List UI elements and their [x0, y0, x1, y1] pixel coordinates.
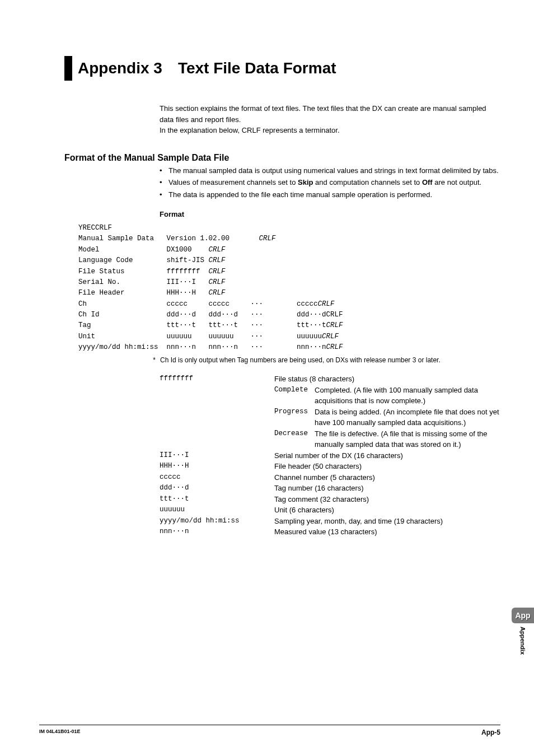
bullet-text: The manual sampled data is output using …: [168, 165, 500, 176]
desc-row: ttt···tTag comment (32 characters): [160, 494, 500, 505]
bullet-item: •The manual sampled data is output using…: [160, 165, 500, 176]
side-tab-appendix: Appendix: [512, 623, 526, 655]
desc-val: File status (8 characters): [274, 374, 500, 385]
sub-key: Progress: [274, 407, 315, 428]
intro-paragraph: This section explains the format of text…: [160, 103, 500, 136]
bullet-item: •Values of measurement channels set to S…: [160, 177, 500, 188]
desc-val: Unit (6 characters): [274, 505, 500, 516]
desc-key: ddd···d: [160, 483, 274, 494]
footer-left: IM 04L41B01-01E: [39, 729, 81, 736]
bullet-text: Values of measurement channels set to Sk…: [168, 177, 500, 188]
sub-key: Complete: [274, 385, 315, 407]
desc-key: III···I: [160, 450, 274, 461]
desc-key: ttt···t: [160, 494, 274, 505]
desc-row: yyyy/mo/dd hh:mi:ssSampling year, month,…: [160, 516, 500, 527]
desc-key: nnn···n: [160, 526, 274, 538]
desc-key: uuuuuu: [160, 505, 274, 516]
sub-key: Decrease: [274, 428, 315, 450]
desc-val: Serial number of the DX (16 characters): [274, 450, 500, 461]
format-block: YRECCRLF Manual Sample Data Version 1.02…: [78, 223, 500, 353]
desc-key: ccccc: [160, 472, 274, 483]
desc-val: DecreaseThe file is defective. (A file t…: [274, 428, 500, 450]
bullet-mark: •: [160, 177, 168, 188]
footnote: * Ch Id is only output when Tag numbers …: [146, 356, 500, 365]
intro-line-2: In the explanation below, CRLF represent…: [160, 125, 500, 136]
page-footer: IM 04L41B01-01E App-5: [39, 725, 500, 736]
desc-val: CompleteCompleted. (A file with 100 manu…: [274, 385, 500, 407]
appendix-title: Appendix 3 Text File Data Format: [64, 56, 500, 81]
bullet-text: The data is appended to the file each ti…: [168, 189, 500, 200]
desc-val: File header (50 characters): [274, 461, 500, 472]
sub-val: Completed. (A file with 100 manually sam…: [315, 385, 500, 407]
footer-right: App-5: [481, 729, 500, 736]
format-subheading: Format: [160, 210, 500, 218]
intro-line-1: This section explains the format of text…: [160, 103, 500, 125]
desc-key-spacer: [160, 428, 274, 450]
side-tab-app: App: [512, 608, 534, 623]
desc-val: Tag number (16 characters): [274, 483, 500, 494]
desc-val: Tag comment (32 characters): [274, 494, 500, 505]
bullet-list: •The manual sampled data is output using…: [160, 165, 500, 200]
desc-row: nnn···nMeasured value (13 characters): [160, 526, 500, 538]
desc-row: III···ISerial number of the DX (16 chara…: [160, 450, 500, 461]
desc-val: Channel number (5 characters): [274, 472, 500, 483]
desc-row: ddd···dTag number (16 characters): [160, 483, 500, 494]
bullet-item: •The data is appended to the file each t…: [160, 189, 500, 200]
sub-val: The file is defective. (A file that is m…: [315, 428, 500, 450]
desc-row: uuuuuuUnit (6 characters): [160, 505, 500, 516]
desc-subrow: CompleteCompleted. (A file with 100 manu…: [160, 385, 500, 407]
desc-key-spacer: [160, 385, 274, 407]
desc-key: HHH···H: [160, 461, 274, 472]
desc-val: Sampling year, month, day, and time (19 …: [274, 516, 500, 527]
desc-row: ffffffffFile status (8 characters): [160, 374, 500, 385]
desc-key: ffffffff: [160, 374, 274, 385]
desc-subrow: DecreaseThe file is defective. (A file t…: [160, 428, 500, 450]
title-bar: [64, 56, 72, 81]
bullet-mark: •: [160, 189, 168, 200]
desc-key-spacer: [160, 407, 274, 428]
footnote-text: Ch Id is only output when Tag numbers ar…: [160, 356, 500, 365]
desc-row: HHH···HFile header (50 characters): [160, 461, 500, 472]
side-tab: App Appendix: [512, 608, 534, 655]
section-heading: Format of the Manual Sample Data File: [64, 153, 500, 163]
desc-key: yyyy/mo/dd hh:mi:ss: [160, 516, 274, 527]
desc-subrow: ProgressData is being added. (An incompl…: [160, 407, 500, 428]
footnote-mark: *: [146, 356, 160, 365]
title-text: Appendix 3 Text File Data Format: [78, 56, 336, 81]
sub-val: Data is being added. (An incomplete file…: [315, 407, 500, 428]
desc-val: ProgressData is being added. (An incompl…: [274, 407, 500, 428]
desc-row: cccccChannel number (5 characters): [160, 472, 500, 483]
desc-val: Measured value (13 characters): [274, 526, 500, 538]
description-table: ffffffffFile status (8 characters)Comple…: [160, 374, 500, 538]
bullet-mark: •: [160, 165, 168, 176]
